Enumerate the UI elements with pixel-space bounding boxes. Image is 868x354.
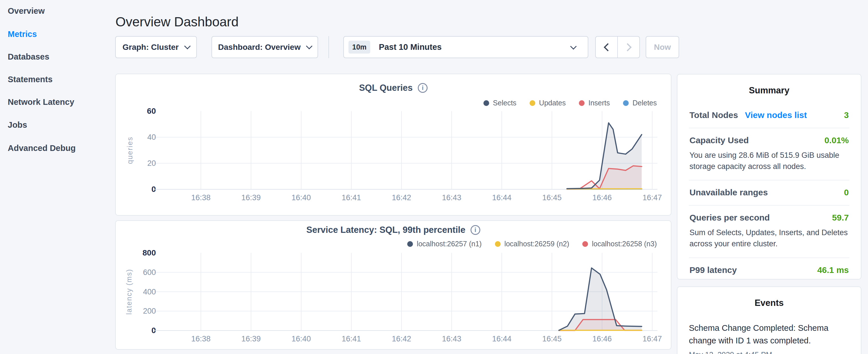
svg-text:16:45: 16:45 bbox=[542, 334, 562, 343]
unavailable-ranges-label: Unavailable ranges bbox=[689, 188, 768, 197]
chevron-down-icon bbox=[570, 43, 577, 50]
graph-scope-dropdown-label: Graph: Cluster bbox=[122, 43, 179, 52]
svg-text:queries: queries bbox=[126, 137, 134, 164]
sidebar-item-statements[interactable]: Statements bbox=[8, 73, 53, 85]
time-range-dropdown[interactable]: 10m Past 10 Minutes bbox=[343, 36, 588, 58]
svg-text:600: 600 bbox=[143, 268, 156, 277]
svg-text:16:40: 16:40 bbox=[291, 193, 311, 202]
capacity-used-value: 0.01% bbox=[825, 135, 849, 145]
chevron-down-icon bbox=[184, 43, 191, 49]
svg-text:16:38: 16:38 bbox=[191, 193, 211, 202]
svg-text:16:47: 16:47 bbox=[643, 193, 662, 202]
svg-text:16:43: 16:43 bbox=[442, 193, 461, 202]
total-nodes-label: Total Nodes bbox=[689, 110, 738, 120]
sidebar: Overview Metrics Databases Statements Ne… bbox=[0, 0, 112, 354]
svg-text:400: 400 bbox=[143, 288, 156, 296]
svg-text:60: 60 bbox=[147, 106, 156, 116]
svg-text:200: 200 bbox=[143, 307, 156, 315]
sql-queries-chart[interactable]: 16:3816:3916:4016:4116:4216:4316:4416:45… bbox=[116, 74, 671, 215]
queries-per-second-value: 59.7 bbox=[832, 213, 849, 223]
svg-text:16:41: 16:41 bbox=[342, 334, 361, 343]
events-panel: Events Schema Change Completed: Schema c… bbox=[677, 286, 861, 354]
time-step-buttons bbox=[595, 36, 640, 58]
svg-text:16:47: 16:47 bbox=[643, 334, 662, 343]
now-button-label: Now bbox=[654, 43, 671, 52]
event-item: Schema Change Completed: Schema change w… bbox=[689, 322, 849, 354]
graph-scope-dropdown[interactable]: Graph: Cluster bbox=[115, 36, 197, 58]
svg-text:16:40: 16:40 bbox=[291, 334, 311, 343]
summary-row-total-nodes: Total Nodes View nodes list 3 bbox=[689, 103, 849, 128]
summary-row-p99-latency: P99 latency 46.1 ms bbox=[689, 258, 849, 283]
service-latency-chart[interactable]: 16:3816:3916:4016:4116:4216:4316:4416:45… bbox=[116, 221, 671, 349]
svg-text:16:44: 16:44 bbox=[492, 334, 512, 343]
event-timestamp: May 13, 2020 at 4:45 PM bbox=[689, 350, 849, 354]
dashboard-dropdown[interactable]: Dashboard: Overview bbox=[212, 36, 318, 58]
svg-text:40: 40 bbox=[147, 133, 156, 141]
events-title: Events bbox=[689, 298, 849, 308]
svg-text:800: 800 bbox=[143, 248, 156, 257]
svg-text:16:45: 16:45 bbox=[542, 193, 562, 202]
sidebar-item-overview[interactable]: Overview bbox=[8, 5, 45, 17]
chevron-down-icon bbox=[306, 43, 313, 49]
svg-text:latency (ms): latency (ms) bbox=[125, 269, 133, 315]
time-step-back-button[interactable] bbox=[596, 37, 617, 58]
time-step-forward-button[interactable] bbox=[617, 37, 639, 58]
svg-text:16:43: 16:43 bbox=[442, 334, 461, 343]
svg-text:16:39: 16:39 bbox=[241, 334, 261, 343]
chevron-right-icon bbox=[623, 43, 631, 51]
total-nodes-value: 3 bbox=[844, 110, 849, 120]
unavailable-ranges-value: 0 bbox=[844, 188, 849, 197]
svg-text:16:41: 16:41 bbox=[342, 193, 361, 202]
svg-text:16:38: 16:38 bbox=[191, 334, 211, 343]
svg-text:20: 20 bbox=[147, 159, 156, 167]
summary-panel: Summary Total Nodes View nodes list 3 Ca… bbox=[677, 74, 861, 280]
p99-latency-value: 46.1 ms bbox=[817, 265, 849, 275]
sidebar-item-metrics[interactable]: Metrics bbox=[8, 28, 37, 40]
capacity-used-label: Capacity Used bbox=[689, 135, 749, 145]
queries-per-second-label: Queries per second bbox=[689, 213, 770, 223]
capacity-used-subtext: You are using 28.6 MiB of 515.9 GiB usab… bbox=[689, 150, 849, 172]
svg-text:16:42: 16:42 bbox=[392, 334, 411, 343]
service-latency-card: Service Latency: SQL, 99th percentile i … bbox=[115, 220, 672, 350]
view-nodes-list-link[interactable]: View nodes list bbox=[745, 110, 807, 120]
svg-text:16:42: 16:42 bbox=[392, 193, 411, 202]
summary-row-capacity-used: Capacity Used 0.01% You are using 28.6 M… bbox=[689, 128, 849, 181]
page-title: Overview Dashboard bbox=[116, 14, 239, 30]
p99-latency-label: P99 latency bbox=[689, 265, 737, 275]
sidebar-item-network-latency[interactable]: Network Latency bbox=[8, 96, 74, 108]
toolbar-divider bbox=[329, 36, 329, 58]
sidebar-item-databases[interactable]: Databases bbox=[8, 51, 49, 63]
summary-row-unavailable-ranges: Unavailable ranges 0 bbox=[689, 181, 849, 206]
sql-queries-card: SQL Queries i SelectsUpdatesInsertsDelet… bbox=[115, 74, 672, 216]
chevron-left-icon bbox=[603, 43, 612, 51]
svg-text:16:46: 16:46 bbox=[592, 193, 612, 202]
time-range-label: Past 10 Minutes bbox=[379, 42, 442, 52]
svg-text:16:39: 16:39 bbox=[241, 193, 261, 202]
sidebar-item-jobs[interactable]: Jobs bbox=[8, 119, 27, 131]
svg-text:16:44: 16:44 bbox=[492, 193, 512, 202]
summary-title: Summary bbox=[689, 85, 849, 96]
time-range-badge: 10m bbox=[348, 41, 370, 54]
event-text: Schema Change Completed: Schema change w… bbox=[689, 322, 849, 347]
queries-per-second-subtext: Sum of Selects, Updates, Inserts, and De… bbox=[689, 227, 849, 250]
dashboard-dropdown-label: Dashboard: Overview bbox=[218, 43, 301, 52]
now-button[interactable]: Now bbox=[646, 36, 679, 58]
sidebar-item-advanced-debug[interactable]: Advanced Debug bbox=[8, 142, 76, 154]
summary-row-queries-per-second: Queries per second 59.7 Sum of Selects, … bbox=[689, 206, 849, 258]
svg-text:16:46: 16:46 bbox=[592, 334, 612, 343]
